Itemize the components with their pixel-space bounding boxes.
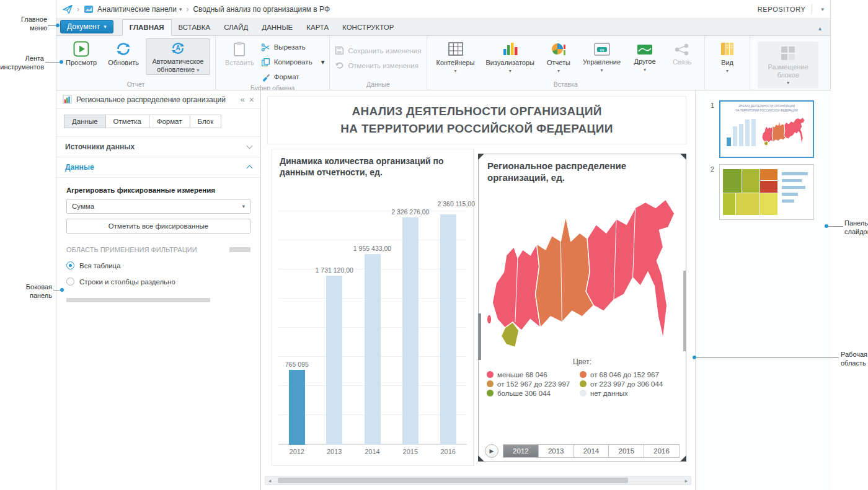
tab-constructor[interactable]: КОНСТРУКТОР — [335, 20, 401, 35]
section-data-sources[interactable]: Источники данных — [56, 136, 260, 157]
format-button[interactable]: Формат — [261, 71, 325, 83]
document-caret-icon: ▾ — [104, 24, 107, 30]
dashboard-title-block[interactable]: АНАЛИЗ ДЕЯТЕЛЬНОСТИ ОРГАНИЗАЦИЙ НА ТЕРРИ… — [267, 96, 686, 144]
management-button[interactable]: ок Управление ▾ — [578, 38, 625, 75]
other-caret-icon: ▾ — [644, 68, 646, 72]
bar[interactable] — [289, 370, 305, 445]
selection-handle-left[interactable] — [478, 313, 481, 360]
bar-chart-block[interactable]: Динамика количества организаций по данны… — [272, 149, 474, 466]
side-tab-data[interactable]: Данные — [64, 115, 106, 128]
bar-chart-columns: 765 09520121 731 120,0020131 955 433,002… — [278, 186, 467, 457]
bar-column[interactable]: 1 731 120,002013 — [316, 186, 353, 457]
bar[interactable] — [365, 254, 381, 445]
refresh-button[interactable]: Обновить — [104, 38, 143, 69]
section-data-sources-label: Источники данных — [65, 142, 135, 151]
save-icon — [335, 46, 344, 55]
year-button[interactable]: 2013 — [538, 445, 574, 457]
undo-changes-button[interactable]: Отменить изменения — [335, 61, 421, 70]
refresh-label: Обновить — [108, 59, 139, 67]
other-button[interactable]: Другое ▾ — [627, 38, 662, 74]
x-axis-label: 2016 — [440, 445, 455, 457]
russia-map[interactable] — [487, 194, 677, 350]
radio-whole-table[interactable]: Вся таблица — [66, 261, 250, 269]
save-changes-button[interactable]: Сохранить изменения — [335, 46, 421, 55]
visualizers-icon — [502, 41, 518, 57]
tab-insert[interactable]: ВСТАВКА — [172, 20, 218, 35]
year-button[interactable]: 2015 — [608, 445, 644, 457]
auto-refresh-button[interactable]: A Автоматическое обновление ▾ — [146, 38, 210, 75]
bar[interactable] — [440, 214, 456, 445]
paper-plane-icon[interactable] — [63, 4, 73, 14]
breadcrumb-panels[interactable]: Аналитические панели — [97, 5, 177, 14]
annotation-line-main-menu — [48, 25, 56, 26]
map-region[interactable] — [487, 315, 491, 323]
filter-scope-scrollbar[interactable] — [229, 247, 250, 252]
map-region[interactable] — [586, 199, 675, 339]
ribbon-group-view: Вид ▾ — [705, 36, 750, 90]
selection-handle[interactable] — [680, 455, 686, 462]
bar-column[interactable]: 2 326 276,002015 — [391, 186, 429, 457]
panel-close-icon[interactable]: × — [249, 95, 254, 105]
copy-button[interactable]: Копировать ▾ — [261, 56, 325, 68]
year-button[interactable]: 2016 — [644, 445, 679, 457]
play-button[interactable]: ▶ — [485, 444, 498, 458]
sidebar-scrollbar[interactable] — [66, 298, 210, 302]
paste-button[interactable]: Вставить — [221, 38, 259, 69]
slide-thumbnail-1[interactable]: АНАЛИЗ ДЕЯТЕЛЬНОСТИ ОРГАНИЗАЦИЙ НА ТЕРРИ… — [719, 100, 814, 158]
bar[interactable] — [402, 217, 418, 445]
dashboard-title-line1: АНАЛИЗ ДЕЯТЕЛЬНОСТИ ОРГАНИЗАЦИЙ — [352, 103, 601, 121]
aggregate-select[interactable]: Сумма ▾ — [66, 199, 250, 214]
year-buttons: 20122013201420152016 — [503, 444, 680, 458]
reports-label: Отчеты — [547, 59, 570, 67]
bar-column[interactable]: 765 0952012 — [278, 186, 316, 457]
side-tab-format[interactable]: Формат — [149, 115, 190, 128]
repository-label[interactable]: REPOSITORY — [758, 6, 806, 13]
side-tab-block[interactable]: Блок — [190, 115, 222, 128]
slide-item[interactable]: 1 АНАЛИЗ ДЕЯТЕЛЬНОСТИ ОРГАНИЗАЦИЙ НА ТЕР… — [696, 100, 831, 158]
bar-column[interactable]: 2 360 115,002016 — [429, 186, 467, 457]
slide-item[interactable]: 2 — [696, 164, 831, 220]
cut-button[interactable]: Вырезать — [261, 41, 325, 53]
breadcrumb-caret-icon[interactable]: ▾ — [179, 6, 182, 12]
year-button[interactable]: 2012 — [503, 445, 538, 457]
link-button[interactable]: Связь — [665, 38, 699, 68]
view-button[interactable]: Вид ▾ — [710, 38, 745, 76]
preview-button[interactable]: Просмотр — [61, 38, 101, 69]
canvas-horizontal-scrollbar[interactable]: ◂ ▸ — [265, 476, 691, 485]
panel-collapse-icon[interactable]: « — [241, 95, 245, 104]
mark-all-button[interactable]: Отметить все фиксированные — [66, 219, 250, 234]
visualizers-button[interactable]: Визуализаторы ▾ — [482, 38, 539, 76]
ribbon-collapse-icon[interactable]: ▴ — [815, 21, 825, 35]
reports-button[interactable]: Отчеты ▾ — [541, 38, 576, 76]
slide-number: 1 — [696, 100, 719, 158]
map-block[interactable]: Региональное распределение организаций, … — [478, 154, 686, 462]
tab-slide[interactable]: СЛАЙД — [217, 20, 255, 35]
selection-handle[interactable] — [478, 455, 484, 462]
side-tab-mark[interactable]: Отметка — [105, 115, 149, 128]
block-layout-button[interactable]: Размещение блоков ▾ — [761, 43, 815, 87]
year-button[interactable]: 2014 — [574, 445, 609, 457]
document-menu-button[interactable]: Документ ▾ — [60, 20, 113, 33]
bar[interactable] — [326, 276, 342, 445]
radio-rows-cols[interactable]: Строки и столбцы раздельно — [66, 278, 250, 286]
legend-item: больше 306 044 — [487, 390, 580, 397]
selection-handle-right[interactable] — [683, 271, 686, 351]
annotation-line-sidebar — [53, 290, 60, 291]
scrollbar-thumb[interactable] — [278, 478, 628, 483]
repository-caret-icon[interactable]: ▾ — [821, 6, 824, 12]
tab-data[interactable]: ДАННЫЕ — [255, 20, 299, 35]
bar-column[interactable]: 1 955 433,002014 — [353, 186, 391, 457]
tab-map[interactable]: КАРТА — [299, 20, 335, 35]
legend-item: от 152 967 до 223 997 — [487, 380, 580, 388]
scroll-left-icon[interactable]: ◂ — [265, 478, 274, 484]
group-label-view — [710, 79, 745, 90]
scroll-right-icon[interactable]: ▸ — [682, 478, 691, 484]
content-area: Региональное распределение организаций «… — [56, 90, 830, 490]
tab-home[interactable]: ГЛАВНАЯ — [122, 19, 172, 36]
map-region[interactable] — [536, 216, 594, 328]
breadcrumb-document[interactable]: Сводный анализ по организациям в РФ — [193, 5, 330, 14]
slide-thumbnail-2[interactable] — [719, 164, 814, 220]
section-data[interactable]: Данные — [56, 157, 260, 178]
containers-button[interactable]: Контейнеры ▾ — [432, 38, 479, 76]
bar-value-label: 2 360 115,00 — [437, 200, 475, 208]
